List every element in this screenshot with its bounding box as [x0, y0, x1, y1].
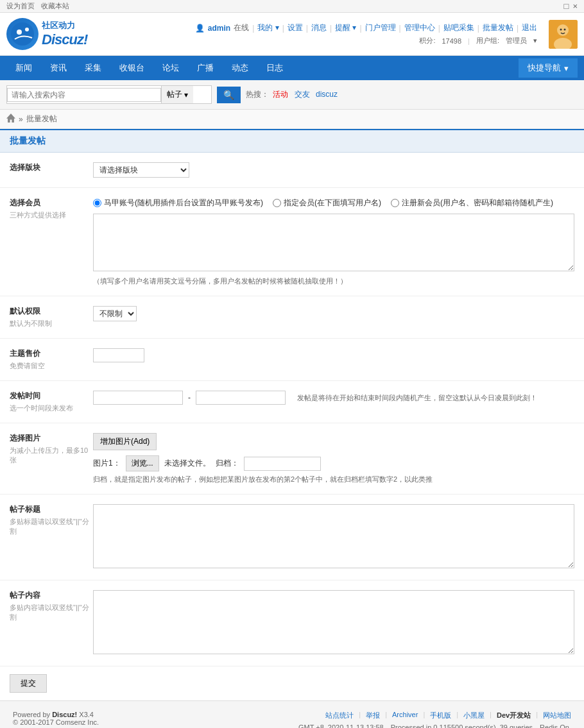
footer-sitemap-link[interactable]: 网站地图: [543, 711, 571, 720]
no-file-text: 未选择文件。: [164, 458, 210, 469]
section-label-area: 选择版块: [10, 162, 93, 173]
archive-input[interactable]: [244, 457, 321, 471]
usergroup-value[interactable]: 管理员: [506, 36, 527, 46]
footer-mobile-link[interactable]: 手机版: [430, 711, 451, 720]
hot-item-1[interactable]: 活动: [273, 90, 288, 99]
price-content: [93, 348, 574, 362]
permission-select[interactable]: 不限制: [93, 306, 137, 321]
footer-stats-link[interactable]: 站点统计: [325, 711, 354, 720]
site-footer: Powered by Discuz! X3.4 © 2001-2017 Coms…: [0, 700, 584, 728]
permission-label-area: 默认权限 默认为不限制: [10, 306, 93, 328]
set-homepage-link[interactable]: 设为首页: [6, 1, 35, 11]
site-header: 社区动力 Discuz! 👤 admin 在线 | 我的 ▾ | 设置 | 消息…: [0, 13, 584, 56]
user-avatar[interactable]: [549, 20, 578, 49]
time-desc: 选一个时间段来发布: [10, 403, 93, 413]
time-start-input[interactable]: [93, 391, 183, 405]
section-select-wrap: 请选择版块: [93, 162, 574, 178]
post-title-label-area: 帖子标题 多贴标题请以双竖线"||"分割: [10, 504, 93, 536]
nav-forum[interactable]: 论坛: [153, 57, 188, 79]
search-type-button[interactable]: 帖子 ▾: [161, 86, 193, 103]
member-radio-1[interactable]: [93, 199, 101, 207]
time-row: 发帖时间 选一个时间段来发布 - 发帖是将待在开始和结束时间段内随机产生，留空这…: [0, 381, 584, 423]
member-option-1[interactable]: 马甲账号(随机用插件后台设置的马甲账号发布): [93, 198, 263, 208]
page-title: 批量发帖: [0, 129, 584, 153]
member-option-1-label: 马甲账号(随机用插件后台设置的马甲账号发布): [104, 198, 263, 208]
site-brand: Discuz!: [42, 31, 87, 48]
post-title-content: [93, 504, 574, 570]
image-label: 选择图片: [10, 433, 93, 444]
search-input[interactable]: [7, 88, 161, 102]
my-link[interactable]: 我的 ▾: [257, 22, 279, 33]
post-content-textarea[interactable]: [93, 590, 574, 654]
search-button[interactable]: 🔍: [217, 87, 241, 103]
post-collect-link[interactable]: 贴吧采集: [443, 22, 474, 33]
footer-dev-link[interactable]: Dev开发站: [497, 711, 531, 720]
hot-search: 热搜： 活动 交友 discuz: [246, 89, 339, 100]
bulk-post-form: 选择版块 请选择版块 选择会员 三种方式提供选择 马甲账号: [0, 153, 584, 700]
svg-point-0: [11, 22, 34, 46]
footer-blackroom-link[interactable]: 小黑屋: [463, 711, 485, 720]
footer-report-link[interactable]: 举报: [366, 711, 380, 720]
window-controls: □ ×: [564, 1, 578, 11]
post-title-label: 帖子标题: [10, 504, 93, 515]
hot-item-3[interactable]: discuz: [316, 90, 338, 99]
browse-button[interactable]: 浏览...: [126, 455, 159, 471]
logout-link[interactable]: 退出: [522, 22, 537, 33]
permission-row: 默认权限 默认为不限制 不限制: [0, 296, 584, 339]
header-user-area: 👤 admin 在线 | 我的 ▾ | 设置 | 消息 | 提醒 ▾ | 门户管…: [195, 22, 537, 46]
submit-button[interactable]: 提交: [10, 674, 47, 693]
hot-item-2[interactable]: 交友: [295, 90, 310, 99]
messages-link[interactable]: 消息: [311, 22, 327, 33]
nav-broadcast[interactable]: 广播: [188, 57, 223, 79]
reminders-link[interactable]: 提醒 ▾: [335, 22, 356, 33]
quick-nav-button[interactable]: 快捷导航 ▾: [519, 58, 578, 78]
logo-area: 社区动力 Discuz!: [6, 18, 87, 50]
price-label-area: 主题售价 免费请留空: [10, 348, 93, 371]
header-info: 积分: 17498 | 用户组: 管理员 ▾: [419, 36, 537, 46]
home-icon: [6, 114, 15, 123]
breadcrumb: » 批量发帖: [0, 110, 584, 129]
username-link[interactable]: admin: [208, 24, 230, 33]
home-link[interactable]: [6, 114, 15, 124]
member-option-2-label: 指定会员(在下面填写用户名): [284, 198, 381, 208]
breadcrumb-separator: »: [19, 115, 23, 124]
page-content: 批量发帖 选择版块 请选择版块 选择会员 三种方式提供选择: [0, 129, 584, 700]
time-end-input[interactable]: [196, 391, 286, 405]
footer-archiver-link[interactable]: Archiver: [392, 711, 418, 720]
top-bar-left: 设为首页 收藏本站: [6, 1, 69, 11]
post-title-textarea[interactable]: [93, 504, 574, 568]
section-select[interactable]: 请选择版块: [93, 162, 189, 178]
member-option-3-label: 注册新会员(用户名、密码和邮箱待随机产生): [402, 198, 553, 208]
add-image-button[interactable]: 增加图片(Add): [93, 433, 157, 450]
settings-link[interactable]: 设置: [288, 22, 303, 33]
nav-info[interactable]: 资讯: [41, 57, 76, 79]
footer-right: 站点统计 | 举报 | Archiver | 手机版 | 小黑屋 | Dev开发…: [298, 711, 571, 728]
member-radio-2[interactable]: [273, 199, 281, 207]
restore-btn[interactable]: □: [564, 1, 569, 11]
top-bar: 设为首页 收藏本站 □ ×: [0, 0, 584, 13]
archive-label: 归档：: [216, 458, 239, 469]
nav-news[interactable]: 新闻: [6, 57, 41, 79]
admin-center-link[interactable]: 管理中心: [404, 22, 435, 33]
image-desc: 为减小上传压力，最多10张: [10, 446, 93, 465]
nav-collect[interactable]: 采集: [76, 57, 110, 79]
price-input[interactable]: [93, 348, 144, 362]
post-content-label: 帖子内容: [10, 590, 93, 601]
portal-link[interactable]: 门户管理: [365, 22, 396, 33]
nav-diary[interactable]: 日志: [257, 57, 292, 79]
member-option-3[interactable]: 注册新会员(用户名、密码和邮箱待随机产生): [391, 198, 553, 208]
member-label: 选择会员: [10, 198, 93, 208]
member-radio-3[interactable]: [391, 199, 399, 207]
usergroup-label: 用户组:: [476, 36, 499, 46]
avatar-image: [549, 20, 578, 49]
powered-by: Powered by Discuz! X3.4: [13, 711, 99, 718]
nav-cashier[interactable]: 收银台: [110, 57, 153, 79]
time-separator: -: [188, 393, 191, 402]
bulk-post-link[interactable]: 批量发帖: [483, 22, 513, 33]
bookmark-link[interactable]: 收藏本站: [41, 1, 69, 11]
close-btn[interactable]: ×: [571, 1, 578, 11]
member-option-2[interactable]: 指定会员(在下面填写用户名): [273, 198, 381, 208]
nav-activity[interactable]: 动态: [223, 57, 257, 79]
member-textarea[interactable]: [93, 214, 574, 271]
time-label: 发帖时间: [10, 391, 93, 402]
